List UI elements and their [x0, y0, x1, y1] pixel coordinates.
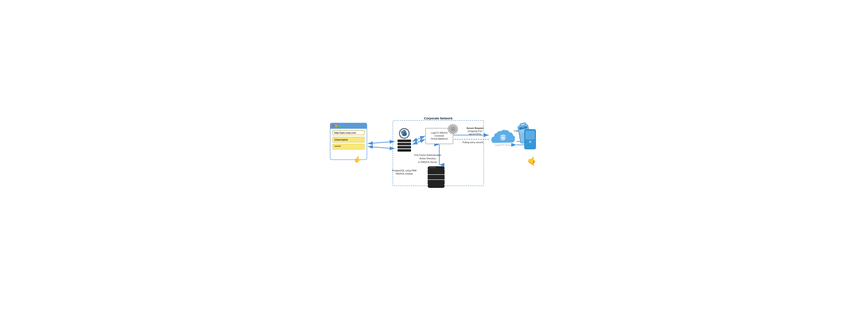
dot-green — [338, 125, 341, 127]
svg-point-26 — [401, 131, 403, 134]
pg-server-label: PostgreSQL using PAM RADIUS module — [392, 169, 417, 176]
polling-annotation: Polling every second — [461, 141, 485, 144]
phone-main — [524, 129, 536, 149]
radius-connector-label: LoginTC RADIUS Connector (Virtual Applia… — [431, 132, 448, 140]
pg-elephant-svg — [400, 129, 409, 138]
svg-point-25 — [405, 131, 406, 132]
db-mid-2 — [428, 175, 445, 179]
radius-connector-box: LoginTC RADIUS Connector (Virtual Applia… — [426, 128, 453, 144]
password-field: ****** — [333, 144, 365, 149]
svg-line-10 — [368, 141, 395, 144]
phone-screen — [526, 131, 535, 139]
pg-icon — [399, 128, 410, 139]
browser-window: http://vpn.corp.com Username ****** 👆 — [330, 123, 367, 160]
disk-2 — [398, 143, 411, 145]
db-sheen — [429, 167, 436, 168]
radius-icon — [448, 124, 458, 135]
svg-point-34 — [502, 137, 504, 139]
database-visual — [428, 166, 445, 188]
diagram-container: Corporate Network http://vpn.corp.com Us… — [326, 112, 542, 197]
phones-graphic: **** CESS? SMS 🤙 — [514, 123, 538, 165]
db-bot — [428, 184, 445, 188]
pointing-hand-icon: 🤙 — [526, 155, 538, 167]
disk-3 — [398, 146, 411, 148]
cloud-label: LoginTC Cloud — [490, 143, 516, 146]
dot-red — [332, 125, 334, 127]
corporate-network-label: Corporate Network — [393, 116, 484, 120]
pg-server — [396, 128, 413, 151]
diagram-inner: Corporate Network http://vpn.corp.com Us… — [330, 116, 538, 193]
url-bar: http://vpn.corp.com — [333, 130, 365, 135]
browser-titlebar — [330, 123, 367, 129]
disk-4 — [398, 149, 411, 151]
browser-content: http://vpn.corp.com Username ****** — [330, 129, 367, 151]
svg-point-31 — [453, 129, 453, 130]
first-factor-label: First Factor Authentication Active Direc… — [413, 153, 442, 164]
svg-line-11 — [368, 146, 395, 149]
server-disks — [398, 140, 411, 151]
disk-1 — [398, 140, 411, 142]
cloud-shape-wrapper: LoginTC Cloud — [490, 128, 516, 147]
cloud-container: LoginTC Cloud — [489, 128, 517, 147]
secure-request-annotation: Secure Request (Outgoing Port 443 HTTPS) — [461, 127, 489, 136]
username-field: Username — [333, 137, 365, 142]
phone-button — [529, 141, 531, 143]
dot-yellow — [335, 125, 337, 127]
radius-svg-icon — [448, 124, 458, 134]
cursor-icon: 👆 — [354, 156, 361, 163]
browser-chrome: http://vpn.corp.com Username ****** — [330, 123, 367, 160]
db-mid-3 — [428, 180, 445, 184]
svg-point-24 — [403, 131, 404, 132]
db-body — [428, 170, 445, 184]
db-mid-1 — [428, 170, 445, 174]
